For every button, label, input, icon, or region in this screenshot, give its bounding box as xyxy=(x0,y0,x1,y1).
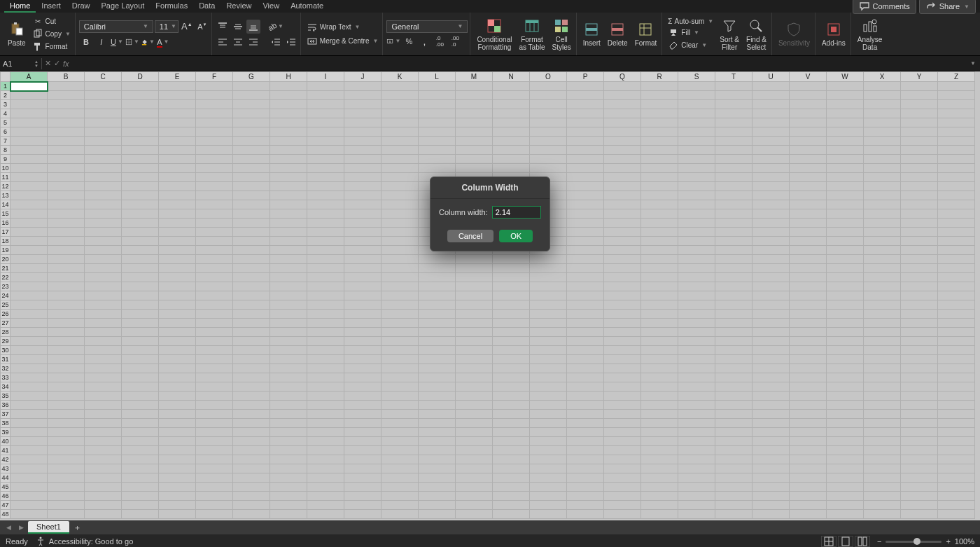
menu-tab-insert[interactable]: Insert xyxy=(36,0,66,13)
cells-group: Insert Delete Format xyxy=(578,13,663,55)
orientation-button[interactable]: ab▼ xyxy=(269,20,283,34)
svg-rect-45 xyxy=(555,27,561,32)
formula-bar[interactable] xyxy=(72,56,967,71)
cond-format-icon xyxy=(486,18,503,34)
zoom-in-button[interactable]: + xyxy=(946,537,950,546)
table-format-icon xyxy=(524,18,540,34)
name-box[interactable]: A1▲▼ xyxy=(0,58,42,69)
fill-button[interactable]: Fill▼ xyxy=(666,26,715,39)
confirm-formula-icon[interactable]: ✓ xyxy=(54,59,60,68)
column-width-input[interactable] xyxy=(492,206,541,219)
autosum-button[interactable]: ΣAuto-sum▼ xyxy=(666,17,715,26)
comments-button[interactable]: Comments xyxy=(853,0,916,14)
percent-format-button[interactable]: % xyxy=(402,34,416,48)
accounting-format-button[interactable]: $▼ xyxy=(386,34,400,48)
delete-cells-button[interactable]: Delete xyxy=(605,20,631,48)
underline-button[interactable]: U▼ xyxy=(110,35,124,49)
spreadsheet-grid[interactable]: ABCDEFGHIJKLMNOPQRSTUVWXYZ12345678910111… xyxy=(0,71,980,520)
font-size-combo[interactable]: 11▼ xyxy=(155,20,178,33)
addins-group: Add-ins xyxy=(817,13,851,55)
align-middle-button[interactable] xyxy=(231,20,245,34)
svg-rect-38 xyxy=(494,26,500,32)
analyse-group: Analyse Data xyxy=(853,13,888,55)
copy-button[interactable]: Copy▼ xyxy=(30,28,73,41)
italic-button[interactable]: I xyxy=(94,35,108,49)
decrease-decimal-button[interactable]: .00.0 xyxy=(448,34,462,48)
svg-rect-66 xyxy=(842,537,849,546)
increase-indent-button[interactable] xyxy=(284,35,298,49)
menu-tab-automate[interactable]: Automate xyxy=(285,0,329,13)
wrap-text-button[interactable]: Wrap Text▼ xyxy=(304,21,381,34)
share-label: Share xyxy=(939,2,960,11)
page-break-view-button[interactable] xyxy=(855,536,870,547)
next-sheet-button[interactable]: ▶ xyxy=(15,522,27,533)
align-bottom-button[interactable] xyxy=(246,20,260,34)
format-as-table-button[interactable]: Format as Table xyxy=(516,16,547,53)
conditional-formatting-button[interactable]: Conditional Formatting xyxy=(474,16,514,53)
ok-button[interactable]: OK xyxy=(499,230,533,242)
fill-color-button[interactable]: ▼ xyxy=(141,35,155,49)
alignment-group: ab▼ xyxy=(214,13,301,55)
sensitivity-group: Sensitivity xyxy=(774,13,816,55)
paste-button[interactable]: Paste xyxy=(5,20,29,48)
add-sheet-button[interactable]: ＋ xyxy=(71,522,85,533)
underline-icon: U xyxy=(111,38,116,46)
menu-tab-data[interactable]: Data xyxy=(193,0,220,13)
align-right-button[interactable] xyxy=(246,35,260,49)
bucket-icon xyxy=(141,36,148,48)
font-color-button[interactable]: A▼ xyxy=(156,35,170,49)
svg-rect-44 xyxy=(562,20,568,25)
align-top-button[interactable] xyxy=(216,20,230,34)
comma-format-button[interactable]: , xyxy=(417,34,431,48)
bold-button[interactable]: B xyxy=(79,35,93,49)
sheet-tab-active[interactable]: Sheet1 xyxy=(28,521,69,534)
align-center-button[interactable] xyxy=(231,35,245,49)
percent-icon: % xyxy=(405,37,412,46)
prev-sheet-button[interactable]: ◀ xyxy=(3,522,14,533)
fx-icon[interactable]: fx xyxy=(63,60,69,68)
svg-line-55 xyxy=(757,27,762,32)
align-top-icon xyxy=(217,21,228,32)
menu-tab-view[interactable]: View xyxy=(257,0,285,13)
accessibility-status[interactable]: Accessibility: Good to go xyxy=(35,536,133,547)
clear-button[interactable]: Clear▼ xyxy=(666,39,715,51)
increase-decimal-button[interactable]: .0.00 xyxy=(433,34,447,48)
svg-rect-51 xyxy=(640,24,651,35)
format-cells-button[interactable]: Format xyxy=(632,20,660,48)
cancel-button[interactable]: Cancel xyxy=(447,230,493,242)
borders-button[interactable]: ▼ xyxy=(125,35,139,49)
insert-cells-button[interactable]: Insert xyxy=(580,20,603,48)
number-format-combo[interactable]: General▼ xyxy=(386,20,468,33)
svg-rect-67 xyxy=(858,537,862,546)
svg-rect-59 xyxy=(869,22,872,32)
menu-tab-page-layout[interactable]: Page Layout xyxy=(96,0,150,13)
cell-styles-button[interactable]: Cell Styles xyxy=(550,16,574,53)
increase-font-button[interactable]: A▲ xyxy=(180,20,194,34)
zoom-out-button[interactable]: − xyxy=(877,537,881,546)
zoom-slider[interactable] xyxy=(886,541,941,543)
cut-button[interactable]: ✂Cut xyxy=(30,15,73,28)
font-name-combo[interactable]: Calibri▼ xyxy=(79,20,153,33)
decrease-indent-button[interactable] xyxy=(269,35,283,49)
outdent-icon xyxy=(270,36,281,48)
merge-center-button[interactable]: Merge & Centre▼ xyxy=(304,35,381,48)
expand-formula-icon[interactable]: ▼ xyxy=(966,60,980,67)
share-button[interactable]: Share ▼ xyxy=(919,0,976,14)
find-select-button[interactable]: Find & Select xyxy=(743,16,769,53)
decrease-font-button[interactable]: A▼ xyxy=(195,20,209,34)
menu-tab-draw[interactable]: Draw xyxy=(66,0,96,13)
cancel-formula-icon[interactable]: ✕ xyxy=(45,59,51,68)
wrap-merge-group: Wrap Text▼ Merge & Centre▼ xyxy=(302,13,384,55)
page-layout-view-button[interactable] xyxy=(838,536,853,547)
font-group: Calibri▼ 11▼ A▲ A▼ B I U▼ ▼ ▼ A▼ xyxy=(77,13,212,55)
addins-button[interactable]: Add-ins xyxy=(819,20,848,48)
menu-tab-review[interactable]: Review xyxy=(220,0,257,13)
zoom-level[interactable]: 100% xyxy=(955,537,974,546)
sort-filter-button[interactable]: Sort & Filter xyxy=(717,16,742,53)
format-painter-button[interactable]: Format xyxy=(30,41,73,53)
menu-tab-home[interactable]: Home xyxy=(4,0,36,13)
align-left-button[interactable] xyxy=(216,35,230,49)
normal-view-button[interactable] xyxy=(821,536,836,547)
analyse-data-button[interactable]: Analyse Data xyxy=(855,16,886,53)
menu-tab-formulas[interactable]: Formulas xyxy=(150,0,193,13)
